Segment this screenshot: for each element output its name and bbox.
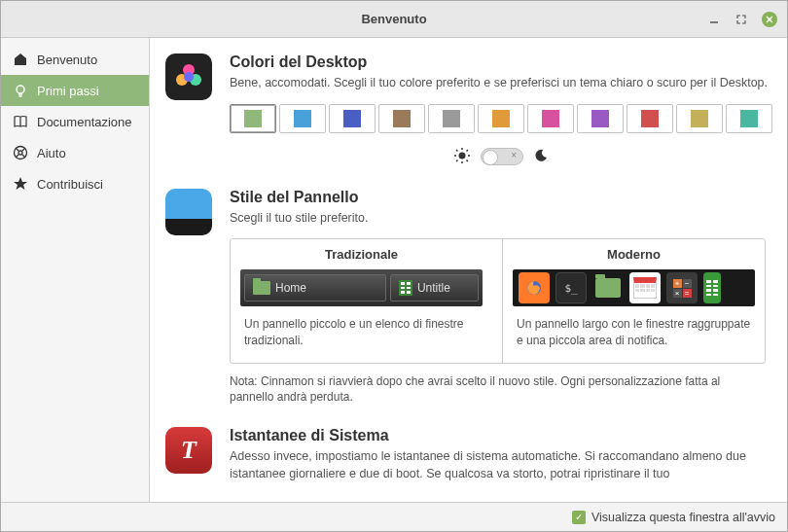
color-option[interactable]	[428, 104, 475, 133]
svg-line-22	[467, 160, 469, 161]
color-swatch	[691, 110, 708, 127]
panel-style-traditional[interactable]: Tradizionale Home Untitle	[231, 239, 492, 363]
spreadsheet-icon	[399, 280, 412, 296]
svg-line-24	[467, 150, 469, 152]
svg-line-10	[16, 155, 18, 158]
folder-icon	[592, 272, 624, 303]
section-title: Stile del Pannello	[230, 189, 766, 206]
color-swatch	[443, 110, 460, 127]
section-desktop-colors: Colori del Desktop Bene, accomodati. Sce…	[165, 53, 766, 167]
bulb-icon	[13, 83, 28, 98]
panel-style-chooser: Tradizionale Home Untitle	[230, 238, 766, 364]
panel-preview-traditional: Home Untitle	[240, 269, 483, 306]
calculator-icon: +−×=	[666, 272, 698, 303]
svg-point-7	[18, 151, 22, 155]
svg-line-8	[16, 148, 18, 151]
moon-icon	[533, 148, 549, 166]
panel-style-note: Nota: Cinnamon si riavvierà dopo che avr…	[230, 373, 766, 407]
color-option[interactable]	[279, 104, 326, 133]
window-title: Benvenuto	[361, 12, 426, 26]
section-title: Istantanee di Sistema	[230, 427, 766, 444]
color-option[interactable]	[478, 104, 524, 133]
color-swatch	[343, 110, 361, 127]
help-icon	[13, 145, 28, 160]
footer: ✓ Visualizza questa finestra all'avvio	[1, 502, 787, 531]
section-panel-style: Stile del Pannello Scegli il tuo stile p…	[165, 189, 766, 407]
section-title: Colori del Desktop	[230, 53, 772, 71]
preview-label: Untitle	[417, 281, 450, 295]
section-desc: Scegli il tuo stile preferito.	[230, 210, 766, 228]
calendar-icon	[629, 272, 661, 303]
sidebar-item-first-steps[interactable]: Primi passi	[1, 75, 149, 106]
preview-label: Home	[275, 281, 306, 295]
close-button[interactable]	[762, 12, 777, 27]
firefox-icon	[519, 272, 550, 303]
color-swatch	[294, 110, 311, 127]
welcome-window: Benvenuto Benvenuto Primi passi Document…	[0, 0, 788, 532]
svg-line-21	[456, 150, 458, 152]
titlebar: Benvenuto	[1, 1, 787, 38]
color-swatch	[641, 110, 659, 127]
window-body: Benvenuto Primi passi Documentazione Aiu…	[1, 38, 787, 502]
maximize-button[interactable]	[734, 13, 748, 26]
show-on-startup-checkbox[interactable]: ✓	[572, 511, 586, 524]
svg-line-23	[456, 160, 458, 161]
color-option[interactable]	[230, 104, 276, 133]
panel-app-icon	[165, 189, 212, 235]
sidebar-item-help[interactable]: Aiuto	[1, 137, 149, 168]
star-icon	[13, 176, 28, 192]
color-selector-row	[230, 104, 772, 133]
minimize-button[interactable]	[707, 13, 721, 26]
color-swatch	[740, 110, 758, 127]
sidebar-item-welcome[interactable]: Benvenuto	[1, 44, 149, 75]
color-swatch	[591, 110, 609, 127]
content-area[interactable]: Colori del Desktop Bene, accomodati. Sce…	[150, 38, 787, 502]
section-snapshots: T Istantanee di Sistema Adesso invece, i…	[165, 427, 766, 494]
folder-icon	[253, 281, 270, 295]
sidebar-item-label: Documentazione	[37, 115, 132, 129]
svg-point-3	[17, 86, 24, 93]
color-option[interactable]	[726, 104, 772, 133]
show-on-startup-label: Visualizza questa finestra all'avvio	[591, 511, 775, 524]
dark-mode-switch[interactable]: ×	[481, 148, 523, 165]
svg-point-16	[459, 152, 466, 159]
section-desc: Adesso invece, impostiamo le istantanee …	[230, 448, 766, 482]
color-option[interactable]	[676, 104, 723, 133]
sidebar-item-label: Benvenuto	[37, 53, 97, 67]
window-controls	[707, 12, 777, 27]
svg-line-9	[22, 148, 25, 151]
sidebar-item-documentation[interactable]: Documentazione	[1, 106, 149, 137]
color-option[interactable]	[577, 104, 624, 133]
color-swatch	[542, 110, 559, 127]
color-swatch	[393, 110, 411, 127]
section-desc: Bene, accomodati. Scegli il tuo colore p…	[230, 75, 772, 92]
sidebar-item-contribute[interactable]: Contribuisci	[1, 168, 149, 199]
color-swatch	[244, 110, 262, 127]
theme-toggle-row: ×	[230, 147, 772, 167]
timeshift-app-icon: T	[165, 427, 212, 474]
book-icon	[13, 114, 28, 129]
sidebar-item-label: Primi passi	[37, 84, 99, 98]
sidebar-item-label: Aiuto	[37, 146, 66, 160]
color-option[interactable]	[627, 104, 673, 133]
color-option[interactable]	[329, 104, 376, 133]
sidebar: Benvenuto Primi passi Documentazione Aiu…	[1, 38, 150, 502]
colors-app-icon	[165, 53, 212, 100]
panel-style-header: Moderno	[503, 239, 765, 269]
terminal-icon: $_	[555, 272, 587, 303]
panel-style-desc: Un pannello piccolo e un elenco di fines…	[231, 306, 492, 363]
spreadsheet-icon	[703, 272, 721, 303]
svg-line-11	[22, 155, 25, 158]
panel-style-modern[interactable]: Moderno $_ +−×= Un pannello largo con le…	[502, 239, 765, 363]
color-option[interactable]	[378, 104, 425, 133]
panel-style-header: Tradizionale	[231, 239, 492, 269]
color-swatch	[492, 110, 510, 127]
sun-icon	[453, 147, 471, 167]
home-icon	[13, 52, 28, 67]
svg-point-15	[184, 72, 194, 82]
panel-preview-modern: $_ +−×=	[513, 269, 755, 306]
color-option[interactable]	[527, 104, 574, 133]
sidebar-item-label: Contribuisci	[37, 177, 103, 192]
panel-style-desc: Un pannello largo con le finestre raggru…	[503, 306, 765, 363]
